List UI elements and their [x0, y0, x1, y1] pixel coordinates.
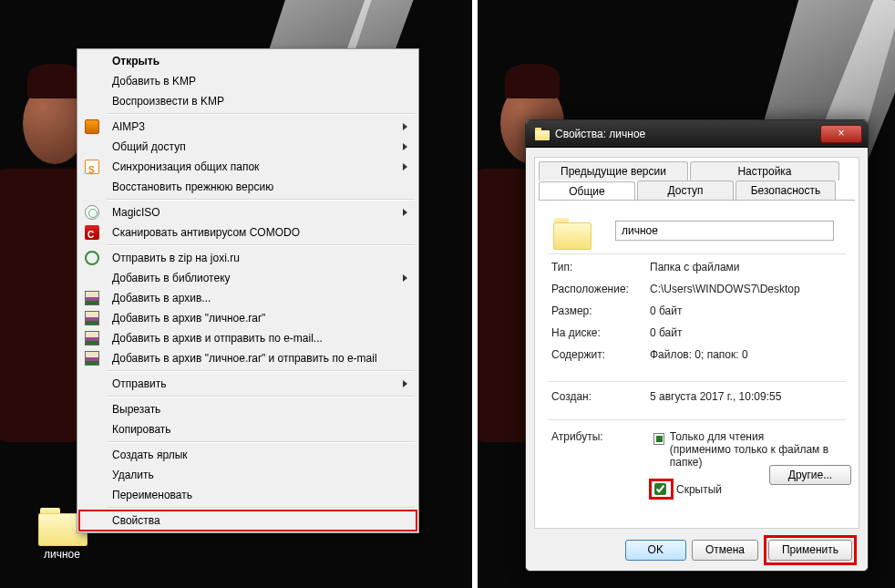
value-ondisk: 0 байт	[650, 326, 842, 339]
label-hidden: Скрытый	[676, 483, 722, 496]
tab-general[interactable]: Общие	[539, 181, 635, 201]
submenu-arrow-icon	[403, 143, 407, 150]
winrar-icon	[85, 291, 99, 305]
tab-security[interactable]: Безопасность	[736, 181, 836, 200]
winrar-icon	[85, 311, 99, 325]
submenu-arrow-icon	[403, 163, 407, 170]
folder-icon	[553, 217, 590, 248]
split-divider	[472, 0, 478, 588]
label-created: Создан:	[551, 390, 650, 403]
tab-settings[interactable]: Настройка	[690, 161, 839, 181]
value-created: 5 августа 2017 г., 10:09:55	[650, 390, 781, 403]
label-ondisk: На диске:	[551, 326, 650, 339]
ctx-add-archive[interactable]: Добавить в архив...	[79, 288, 417, 308]
close-icon: ×	[838, 127, 844, 139]
winrar-icon	[85, 351, 99, 366]
submenu-arrow-icon	[403, 274, 407, 282]
close-button[interactable]: ×	[820, 125, 862, 143]
sync-icon	[85, 160, 99, 174]
folder-icon	[535, 128, 550, 140]
other-attributes-button[interactable]: Другие...	[769, 465, 851, 485]
ctx-play-kmp[interactable]: Воспроизвести в KMP	[79, 91, 417, 111]
value-size: 0 байт	[650, 304, 842, 317]
checkbox-readonly[interactable]	[653, 433, 664, 445]
ctx-joxi[interactable]: Отправить в zip на joxi.ru	[79, 248, 417, 268]
aimp-icon	[85, 119, 99, 134]
ctx-aimp[interactable]: AIMP3	[79, 117, 417, 137]
ctx-add-rar[interactable]: Добавить в архив "личное.rar"	[79, 308, 417, 328]
ctx-shortcut[interactable]: Создать ярлык	[79, 445, 417, 465]
label-type: Тип:	[551, 261, 650, 273]
winrar-icon	[85, 331, 99, 346]
value-contains: Файлов: 0; папок: 0	[650, 348, 842, 361]
ctx-sync[interactable]: Синхронизация общих папок	[79, 157, 417, 177]
label-size: Размер:	[551, 304, 650, 317]
dialog-button-row: OK Отмена Применить	[526, 529, 868, 571]
ctx-comodo[interactable]: Сканировать антивирусом COMODO	[79, 222, 417, 242]
tab-previous-versions[interactable]: Предыдущие версии	[539, 161, 688, 181]
tab-access[interactable]: Доступ	[637, 181, 734, 200]
label-location: Расположение:	[551, 283, 650, 295]
folder-name-input[interactable]	[615, 221, 834, 241]
ctx-add-rar-email[interactable]: Добавить в архив "личное.rar" и отправит…	[79, 348, 417, 368]
dialog-titlebar[interactable]: Свойства: личное ×	[526, 120, 868, 148]
magiciso-icon	[85, 205, 99, 220]
joxi-icon	[85, 251, 99, 265]
ctx-properties[interactable]: Свойства	[79, 511, 417, 531]
desktop-folder-label: личное	[29, 548, 95, 561]
highlight-apply-button: Применить	[764, 535, 857, 565]
apply-button[interactable]: Применить	[768, 540, 852, 561]
dialog-body: Предыдущие версии Настройка Общие Доступ…	[534, 157, 859, 529]
ctx-add-email[interactable]: Добавить в архив и отправить по e-mail..…	[79, 328, 417, 348]
label-attributes: Атрибуты:	[551, 430, 650, 443]
properties-dialog: Свойства: личное × Предыдущие версии Нас…	[525, 119, 869, 572]
ctx-library[interactable]: Добавить в библиотеку	[79, 268, 417, 288]
ctx-restore[interactable]: Восстановить прежнюю версию	[79, 177, 417, 197]
ctx-share[interactable]: Общий доступ	[79, 137, 417, 157]
checkbox-hidden[interactable]	[654, 483, 666, 495]
submenu-arrow-icon	[403, 380, 407, 387]
ctx-copy[interactable]: Копировать	[79, 419, 417, 439]
ctx-magiciso[interactable]: MagicISO	[79, 202, 417, 222]
label-contains: Содержит:	[551, 348, 650, 361]
highlight-hidden-checkbox	[650, 480, 673, 499]
label-readonly: Только для чтения	[670, 430, 764, 443]
ctx-open[interactable]: Открыть	[79, 51, 417, 71]
value-location: C:\Users\WINDOWS7\Desktop	[650, 283, 842, 295]
tab-general-page: Тип:Папка с файлами Расположение:C:\User…	[539, 200, 855, 524]
ctx-delete[interactable]: Удалить	[79, 465, 417, 485]
submenu-arrow-icon	[403, 209, 407, 216]
submenu-arrow-icon	[403, 123, 407, 130]
ctx-rename[interactable]: Переименовать	[79, 485, 417, 505]
comodo-icon	[85, 225, 99, 240]
ctx-send[interactable]: Отправить	[79, 374, 417, 394]
value-type: Папка с файлами	[650, 261, 842, 273]
ctx-add-kmp[interactable]: Добавить в KMP	[79, 71, 417, 91]
context-menu: Открыть Добавить в KMP Воспроизвести в K…	[77, 48, 419, 533]
ok-button[interactable]: OK	[625, 540, 686, 561]
tab-strip: Предыдущие версии Настройка Общие Доступ…	[535, 158, 859, 200]
cancel-button[interactable]: Отмена	[692, 540, 758, 561]
dialog-title: Свойства: личное	[555, 128, 645, 140]
ctx-cut[interactable]: Вырезать	[79, 399, 417, 419]
